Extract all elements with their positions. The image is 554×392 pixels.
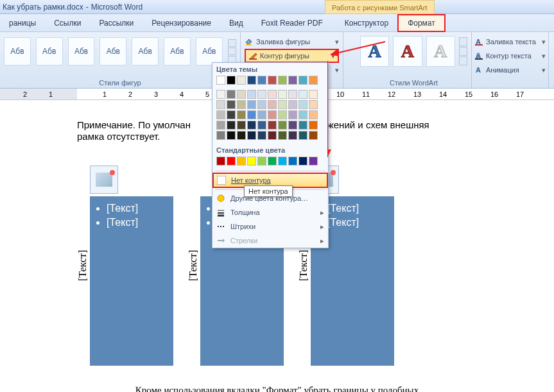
shape-style-spinner[interactable] [228, 39, 236, 64]
color-swatch[interactable] [247, 90, 256, 99]
color-swatch[interactable] [268, 110, 277, 119]
tab-mailings[interactable]: Рассылки [90, 15, 143, 31]
color-swatch[interactable] [257, 157, 266, 166]
outline-dashes-item[interactable]: Штрихи ▸ [212, 219, 328, 234]
tab-foxit[interactable]: Foxit Reader PDF [252, 15, 332, 31]
color-swatch[interactable] [309, 110, 318, 119]
color-swatch[interactable] [237, 110, 246, 119]
color-swatch[interactable] [299, 110, 307, 119]
color-swatch[interactable] [309, 157, 318, 166]
color-swatch[interactable] [288, 131, 297, 140]
color-swatch[interactable] [247, 121, 256, 130]
color-swatch[interactable] [309, 100, 318, 109]
color-swatch[interactable] [237, 121, 246, 130]
shape-style-thumb[interactable]: Абв [132, 37, 159, 65]
color-swatch[interactable] [268, 121, 277, 130]
color-swatch[interactable] [278, 131, 287, 140]
color-swatch[interactable] [257, 100, 266, 109]
text-fill-button[interactable]: A Заливка текста▾ [474, 35, 546, 49]
color-swatch[interactable] [299, 90, 307, 99]
color-swatch[interactable] [299, 100, 307, 109]
shape-fill-button[interactable]: Заливка фигуры ▾ [245, 35, 339, 49]
tab-review[interactable]: Рецензирование [143, 15, 220, 31]
shape-outline-button[interactable]: Контур фигуры ▾ [245, 49, 339, 63]
color-swatch[interactable] [257, 131, 266, 140]
color-swatch[interactable] [299, 157, 307, 166]
color-swatch[interactable] [309, 76, 318, 85]
color-swatch[interactable] [309, 121, 318, 130]
wordart-thumb[interactable]: A [426, 36, 455, 67]
color-swatch[interactable] [288, 110, 297, 119]
color-swatch[interactable] [216, 90, 225, 99]
color-swatch[interactable] [257, 90, 266, 99]
smartart-text-box[interactable]: [Текст] [Текст] [90, 196, 173, 366]
color-swatch[interactable] [288, 90, 297, 99]
wordart-thumb[interactable]: A [360, 36, 389, 67]
tab-references[interactable]: Ссылки [45, 15, 90, 31]
color-swatch[interactable] [247, 100, 256, 109]
color-swatch[interactable] [278, 90, 287, 99]
tab-view[interactable]: Вид [220, 15, 252, 31]
color-swatch[interactable] [247, 157, 256, 166]
color-swatch[interactable] [288, 121, 297, 130]
color-swatch[interactable] [247, 110, 256, 119]
color-swatch[interactable] [227, 90, 236, 99]
color-swatch[interactable] [257, 110, 266, 119]
shape-style-thumb[interactable]: Абв [4, 37, 31, 65]
color-swatch[interactable] [216, 76, 225, 85]
color-swatch[interactable] [216, 157, 225, 166]
picture-placeholder[interactable] [90, 166, 118, 194]
color-swatch[interactable] [288, 100, 297, 109]
color-swatch[interactable] [268, 90, 277, 99]
wordart-thumb[interactable]: A [393, 36, 422, 67]
color-swatch[interactable] [227, 131, 236, 140]
shape-style-thumb[interactable]: Абв [68, 37, 95, 65]
color-swatch[interactable] [299, 131, 307, 140]
color-swatch[interactable] [309, 131, 318, 140]
color-swatch[interactable] [278, 157, 287, 166]
color-swatch[interactable] [227, 110, 236, 119]
color-swatch[interactable] [268, 100, 277, 109]
color-swatch[interactable] [278, 121, 287, 130]
color-swatch[interactable] [237, 157, 246, 166]
color-swatch[interactable] [299, 76, 307, 85]
color-swatch[interactable] [216, 110, 225, 119]
color-swatch[interactable] [278, 100, 287, 109]
shape-style-thumb[interactable]: Абв [36, 37, 63, 65]
color-swatch[interactable] [268, 131, 277, 140]
color-swatch[interactable] [227, 100, 236, 109]
tab-format[interactable]: Формат [397, 14, 446, 32]
shape-style-thumb[interactable]: Абв [164, 37, 191, 65]
outline-weight-item[interactable]: Толщина ▸ [212, 205, 328, 219]
color-swatch[interactable] [227, 157, 236, 166]
color-swatch[interactable] [257, 76, 266, 85]
color-swatch[interactable] [268, 157, 277, 166]
color-swatch[interactable] [216, 121, 225, 130]
color-swatch[interactable] [278, 110, 287, 119]
tab-design[interactable]: Конструктор [336, 15, 397, 31]
color-swatch[interactable] [227, 76, 236, 85]
text-animation-button[interactable]: A Анимация▾ [474, 63, 546, 77]
color-swatch[interactable] [237, 90, 246, 99]
color-swatch[interactable] [268, 76, 277, 85]
color-swatch[interactable] [237, 76, 246, 85]
color-swatch[interactable] [309, 90, 318, 99]
wordart-spinner[interactable] [459, 37, 467, 65]
color-swatch[interactable] [288, 76, 297, 85]
color-swatch[interactable] [278, 76, 287, 85]
smartart-item[interactable]: [Текст] [Текст] [Текст] [77, 166, 173, 366]
color-swatch[interactable] [237, 100, 246, 109]
shape-style-thumb[interactable]: Абв [196, 37, 223, 65]
text-outline-button[interactable]: A Контур текста▾ [474, 49, 546, 63]
color-swatch[interactable] [216, 131, 225, 140]
color-swatch[interactable] [216, 100, 225, 109]
tab-page-layout[interactable]: раницы [0, 15, 45, 31]
color-swatch[interactable] [257, 121, 266, 130]
color-swatch[interactable] [247, 131, 256, 140]
color-swatch[interactable] [237, 131, 246, 140]
color-swatch[interactable] [247, 76, 256, 85]
color-swatch[interactable] [299, 121, 307, 130]
color-swatch[interactable] [288, 157, 297, 166]
color-swatch[interactable] [227, 121, 236, 130]
shape-style-thumb[interactable]: Абв [100, 37, 126, 65]
